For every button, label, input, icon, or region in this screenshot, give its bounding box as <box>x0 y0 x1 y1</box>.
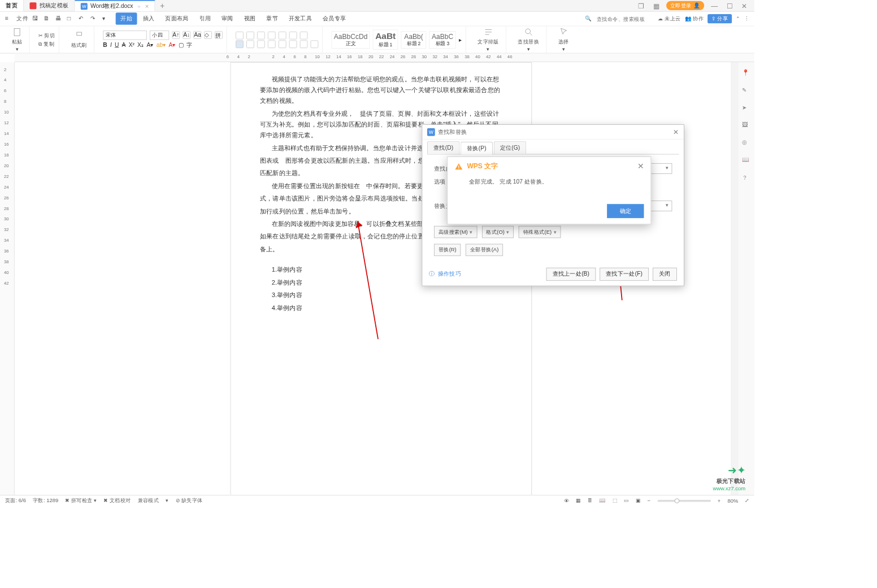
style-normal[interactable]: AaBbCcDd正文 <box>332 31 370 49</box>
dropdown-icon[interactable]: ▾ <box>102 15 110 23</box>
copy-button[interactable]: ⧉ 复制 <box>38 40 55 47</box>
file-menu[interactable]: 文件 <box>16 15 28 23</box>
cut-button[interactable]: ✂ 剪切 <box>38 32 55 39</box>
show-marks-icon[interactable] <box>289 31 297 39</box>
distribute-icon[interactable] <box>279 40 286 48</box>
align-right-icon[interactable] <box>257 40 265 48</box>
styles-more-icon[interactable]: ▸ <box>459 36 462 43</box>
tab-review[interactable]: 审阅 <box>217 12 238 25</box>
image-icon[interactable]: 🖼 <box>742 121 750 130</box>
text-layout-button[interactable]: 文字排版▾ <box>475 27 502 53</box>
align-justify-icon[interactable] <box>268 40 276 48</box>
tab-find[interactable]: 查找(D) <box>427 141 459 154</box>
command-search-input[interactable] <box>596 15 654 22</box>
close-icon[interactable]: × <box>145 2 149 10</box>
view-web-icon[interactable]: ⬚ <box>613 498 618 504</box>
help-icon[interactable]: ？ <box>742 174 750 182</box>
underline-button[interactable]: U <box>115 41 119 48</box>
print-icon[interactable]: 🖶 <box>55 15 63 23</box>
zoom-in-button[interactable]: + <box>718 498 721 503</box>
replace-all-button[interactable]: 全部替换(A) <box>466 244 503 256</box>
maximize-button[interactable]: ☐ <box>724 2 735 10</box>
window-close-button[interactable]: ✕ <box>740 2 749 10</box>
tab-page-layout[interactable]: 页面布局 <box>160 12 193 25</box>
hamburger-icon[interactable]: ≡ <box>5 15 13 23</box>
word-count[interactable]: 字数: 1289 <box>33 497 58 504</box>
view-read-icon[interactable]: 📖 <box>599 498 606 504</box>
tab-start[interactable]: 开始 <box>116 12 137 25</box>
print-preview-icon[interactable]: 🗎 <box>44 15 51 23</box>
pin-icon[interactable]: 📍 <box>742 69 750 77</box>
compat-mode[interactable]: 兼容模式 <box>138 497 159 504</box>
tab-reference[interactable]: 引用 <box>194 12 216 25</box>
login-button[interactable]: 立即登录👤 <box>666 1 704 10</box>
vertical-ruler[interactable]: 24681012141618202224262830323436384042 <box>0 62 15 495</box>
bullets-icon[interactable] <box>236 31 244 39</box>
zoom-slider[interactable] <box>657 500 711 502</box>
zoom-out-button[interactable]: − <box>648 498 651 503</box>
proofread-toggle[interactable]: ✖ 文档校对 <box>103 497 131 504</box>
advanced-search-button[interactable]: 高级搜索(M)▾ <box>434 226 477 238</box>
align-left-icon[interactable] <box>236 40 244 48</box>
line-spacing-icon[interactable] <box>289 40 297 48</box>
strike-button[interactable]: A <box>122 41 126 48</box>
decrease-indent-icon[interactable] <box>257 31 265 39</box>
collapse-ribbon-icon[interactable]: ⌃ <box>736 16 740 22</box>
font-color-button[interactable]: A▾ <box>169 41 176 48</box>
ok-button[interactable]: 确定 <box>607 204 644 218</box>
tab-home[interactable]: 首页 <box>0 0 24 11</box>
format-painter-button[interactable]: 格式刷 <box>68 31 90 49</box>
borders-icon[interactable] <box>311 40 319 48</box>
view-outline-icon[interactable]: ≣ <box>588 498 592 504</box>
more-icon[interactable]: ⋮ <box>744 16 749 22</box>
dialog-close-icon[interactable]: ✕ <box>673 128 679 136</box>
subscript-button[interactable]: X₂ <box>137 41 144 48</box>
tab-view[interactable]: 视图 <box>239 12 261 25</box>
collab-button[interactable]: 👥 协作 <box>685 15 704 23</box>
expand-icon[interactable]: ⤢ <box>745 498 749 504</box>
vertical-scrollbar[interactable] <box>731 62 737 495</box>
view-page-icon[interactable]: ▦ <box>576 498 581 504</box>
undo-icon[interactable]: ↶ <box>79 15 86 23</box>
close-button[interactable]: 关闭 <box>653 268 677 281</box>
replace-button[interactable]: 替换(R) <box>434 244 461 256</box>
char-border-icon[interactable]: ▢ <box>179 41 184 48</box>
text-effect-button[interactable]: A▾ <box>146 41 153 48</box>
cursor-icon[interactable]: ➤ <box>742 104 750 112</box>
tab-menu-icon[interactable]: ▫ <box>138 2 140 10</box>
find-prev-button[interactable]: 查找上一处(B) <box>546 268 596 281</box>
char-shading-icon[interactable]: 字 <box>186 41 192 49</box>
superscript-button[interactable]: X² <box>129 41 134 48</box>
fit-icon[interactable]: ▣ <box>636 498 641 504</box>
change-case-icon[interactable]: Aa <box>193 31 201 39</box>
special-format-button[interactable]: 特殊格式(E)▾ <box>519 226 561 238</box>
numbering-icon[interactable] <box>246 31 254 39</box>
font-size-combo[interactable]: 小四 <box>150 31 169 40</box>
cloud-icon[interactable]: ☁ 未上云 <box>658 15 680 23</box>
bold-button[interactable]: B <box>103 41 107 48</box>
tab-templates[interactable]: 找稿定模板 <box>24 0 75 11</box>
read-icon[interactable]: 📖 <box>742 156 750 165</box>
grow-font-icon[interactable]: A↑ <box>172 31 180 39</box>
tabs-icon[interactable] <box>300 31 308 39</box>
save-icon[interactable]: 🖫 <box>32 15 40 23</box>
spellcheck-toggle[interactable]: ✖ 拼写检查 ▾ <box>65 497 97 504</box>
clear-format-icon[interactable]: ◇ <box>204 31 212 39</box>
align-center-icon[interactable] <box>246 40 254 48</box>
find-replace-button[interactable]: 查找替换▾ <box>515 27 542 53</box>
pen-icon[interactable]: ✎ <box>742 86 750 95</box>
tab-document[interactable]: WWord教程2.docx▫× <box>75 0 155 11</box>
minimize-button[interactable]: — <box>709 2 720 10</box>
style-h1[interactable]: AaBt标题 1 <box>373 29 398 49</box>
page-indicator[interactable]: 页面: 6/6 <box>5 497 26 504</box>
style-h3[interactable]: AaBbC标题 3 <box>429 31 456 49</box>
msgbox-close-icon[interactable]: ✕ <box>637 162 644 171</box>
horizontal-ruler[interactable]: 642 246810121416182022242628303234363840… <box>15 54 754 62</box>
tips-link[interactable]: ⓘ操作技巧 <box>429 270 461 278</box>
increase-indent-icon[interactable] <box>268 31 276 39</box>
select-button[interactable]: 选择▾ <box>555 27 572 53</box>
redo-icon[interactable]: ↷ <box>90 15 98 23</box>
tab-insert[interactable]: 插入 <box>138 12 159 25</box>
italic-button[interactable]: I <box>110 41 112 48</box>
tab-chapter[interactable]: 章节 <box>262 12 283 25</box>
